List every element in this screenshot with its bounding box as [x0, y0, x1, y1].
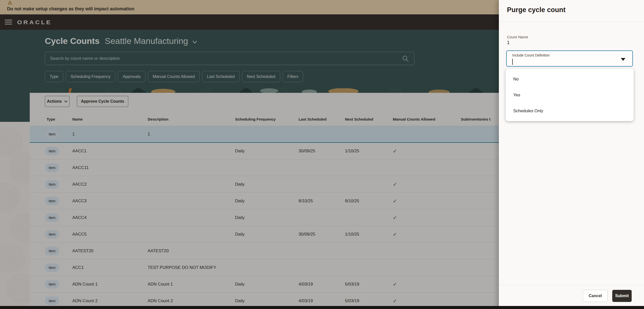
count-name-label: Count Name: [507, 35, 528, 39]
drawer-footer: Cancel Submit: [499, 285, 644, 306]
cancel-button[interactable]: Cancel: [583, 290, 608, 302]
include-count-definition-combobox[interactable]: Include Count Definition: [506, 50, 633, 67]
dropdown-arrow-icon[interactable]: [621, 58, 625, 61]
dropdown-option-yes[interactable]: Yes: [506, 87, 634, 103]
combobox-floating-label: Include Count Definition: [512, 53, 550, 57]
drawer-header: Purge cycle count: [499, 0, 644, 22]
dropdown-option-no[interactable]: No: [506, 71, 634, 87]
combobox-dropdown-menu: NoYesSchedules Only: [506, 69, 634, 121]
submit-button[interactable]: Submit: [612, 290, 632, 302]
count-name-value: 1: [507, 40, 510, 45]
application-window: Do not make setup changes as they will i…: [0, 0, 644, 309]
purge-cycle-count-drawer: Purge cycle count Count Name 1 Include C…: [499, 0, 644, 309]
window-bottom-edge: [0, 306, 644, 309]
modal-scrim: [0, 0, 499, 309]
drawer-title: Purge cycle count: [507, 6, 566, 14]
text-cursor: [512, 59, 513, 65]
dropdown-option-schedules-only[interactable]: Schedules Only: [506, 103, 634, 119]
